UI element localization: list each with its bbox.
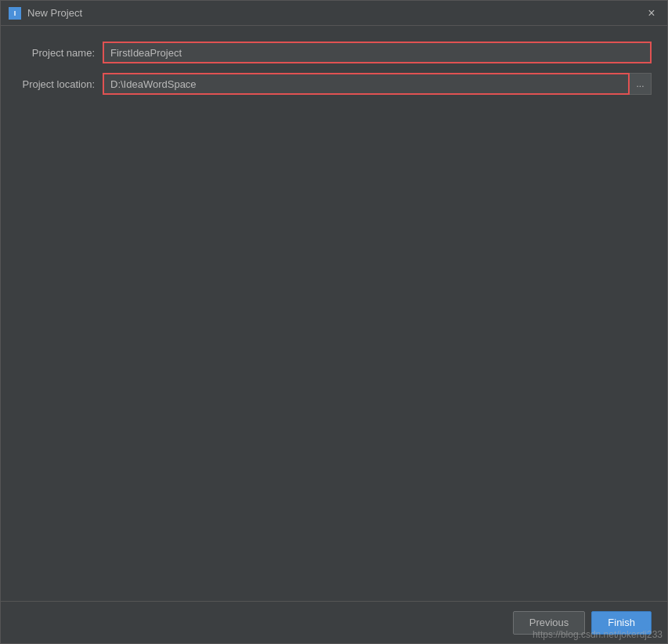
project-name-label: Project name: (16, 47, 103, 59)
project-location-field-group: ... (103, 73, 652, 95)
finish-button[interactable]: Finish (591, 611, 652, 635)
previous-button[interactable]: Previous (513, 611, 586, 635)
title-bar: I New Project × (1, 1, 667, 26)
dialog-footer: Previous Finish https://blog.csdn.net/jo… (1, 601, 667, 643)
new-project-dialog: I New Project × Project name: Project lo… (0, 0, 668, 644)
project-name-input[interactable] (103, 42, 652, 63)
dialog-title: New Project (27, 7, 644, 19)
svg-text:I: I (14, 9, 16, 17)
project-location-input[interactable] (103, 73, 630, 95)
project-name-row: Project name: (16, 42, 652, 63)
close-button[interactable]: × (644, 5, 659, 21)
project-location-label: Project location: (16, 78, 103, 90)
browse-button[interactable]: ... (630, 73, 652, 95)
app-icon: I (9, 7, 21, 20)
project-location-row: Project location: ... (16, 73, 652, 95)
dialog-content: Project name: Project location: ... (1, 26, 667, 601)
